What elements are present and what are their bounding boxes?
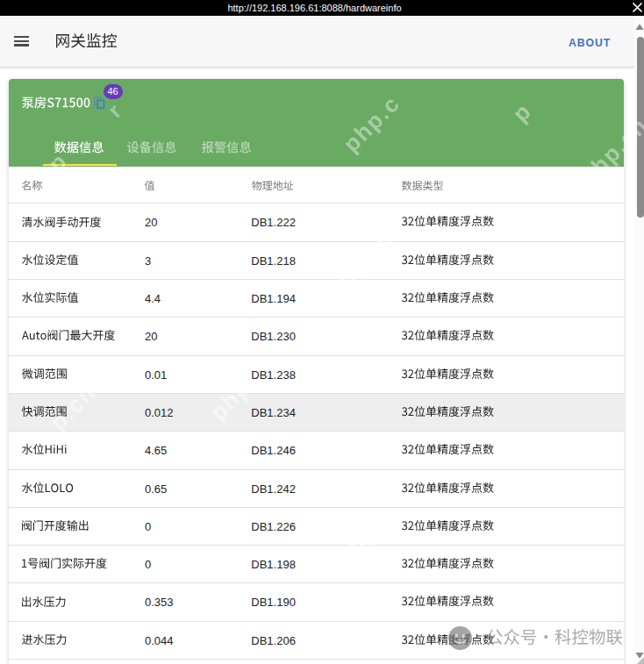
svg-text:hp.cn: hp.cn bbox=[586, 112, 644, 180]
svg-text:p.cn: p.cn bbox=[45, 379, 101, 435]
svg-text:php.cn: php.cn bbox=[321, 225, 399, 303]
svg-text:r: r bbox=[103, 98, 126, 122]
svg-text:php: php bbox=[204, 375, 256, 426]
svg-text:php: php bbox=[332, 519, 383, 571]
svg-text:p: p bbox=[43, 147, 73, 177]
svg-text:p: p bbox=[507, 97, 537, 127]
svg-text:php.c: php.c bbox=[338, 90, 405, 158]
